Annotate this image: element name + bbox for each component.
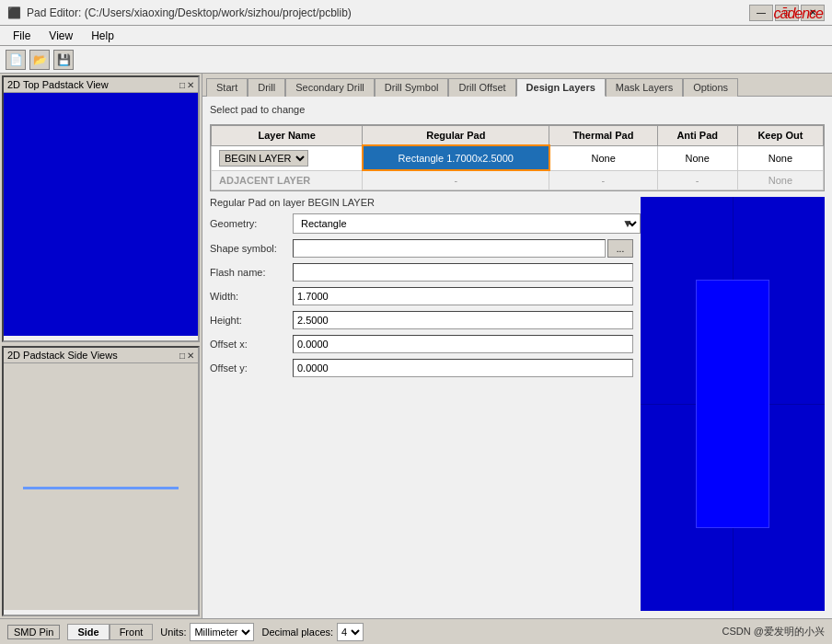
begin-layer-name: BEGIN LAYER (212, 145, 363, 170)
front-tab[interactable]: Front (110, 624, 154, 640)
decimal-select[interactable]: 4 2 3 5 (337, 623, 364, 641)
open-button[interactable]: 📂 (29, 50, 50, 70)
offset-x-input[interactable] (293, 335, 633, 353)
decimal-group: Decimal places: 4 2 3 5 (261, 623, 364, 641)
side-view-controls: □ ✕ (179, 351, 194, 361)
col-keep-out: Keep Out (737, 126, 823, 146)
smd-pin-button[interactable]: SMD Pin (7, 625, 60, 639)
tab-drill-offset[interactable]: Drill Offset (448, 78, 515, 97)
adjacent-layer-name: ADJACENT LAYER (212, 170, 363, 190)
shape-symbol-label: Shape symbol: (210, 243, 293, 254)
side-view-line (23, 487, 179, 489)
shape-symbol-input[interactable] (293, 239, 606, 258)
begin-layer-select[interactable]: BEGIN LAYER (219, 150, 308, 167)
form-row-height: Height: (210, 311, 633, 329)
table-row-adjacent: ADJACENT LAYER - - - None (212, 170, 824, 190)
adjacent-regular-pad[interactable]: - (363, 170, 549, 190)
offset-x-label: Offset x: (210, 339, 293, 350)
side-view-canvas (4, 363, 198, 610)
flash-name-label: Flash name: (210, 267, 293, 278)
begin-keep-out[interactable]: None (737, 145, 823, 170)
col-thermal-pad: Thermal Pad (549, 126, 657, 146)
menu-help[interactable]: Help (82, 28, 123, 44)
new-button[interactable]: 📄 (6, 50, 26, 70)
begin-thermal-pad[interactable]: None (549, 145, 657, 170)
app-icon: ⬛ (7, 6, 21, 19)
col-anti-pad: Anti Pad (657, 126, 737, 146)
top-view-close[interactable]: ✕ (187, 80, 194, 90)
pad-table: Layer Name Regular Pad Thermal Pad Anti … (210, 124, 825, 191)
toolbar: 📄 📂 💾 (0, 46, 832, 74)
side-view-header: 2D Padstack Side Views □ ✕ (4, 348, 198, 363)
cadence-logo: cādence (774, 6, 824, 22)
offset-y-label: Offset y: (210, 362, 293, 374)
form-row-offset-x: Offset x: (210, 335, 633, 353)
offset-y-input[interactable] (293, 359, 633, 377)
content-area: Select pad to change Layer Name Regular … (202, 97, 832, 618)
side-view-panel: 2D Padstack Side Views □ ✕ (2, 346, 200, 616)
tabs-container: Start Drill Secondary Drill Drill Symbol… (202, 74, 832, 97)
width-label: Width: (210, 291, 293, 302)
form-row-shape-symbol: Shape symbol: ... (210, 239, 633, 258)
height-input[interactable] (293, 311, 633, 329)
adjacent-keep-out[interactable]: None (737, 170, 823, 190)
tab-drill-symbol[interactable]: Drill Symbol (375, 78, 449, 97)
form-row-width: Width: (210, 287, 633, 305)
begin-anti-pad[interactable]: None (657, 145, 737, 170)
geometry-select[interactable]: Rectangle Circle Oval Square (293, 213, 641, 234)
side-view-title: 2D Padstack Side Views (7, 350, 118, 361)
flash-name-input[interactable] (293, 263, 633, 282)
form-row-offset-y: Offset y: (210, 359, 633, 377)
top-view-maximize[interactable]: □ (179, 80, 185, 90)
tab-secondary-drill[interactable]: Secondary Drill (285, 78, 375, 97)
geometry-label: Geometry: (210, 218, 293, 229)
minimize-button[interactable]: — (749, 5, 773, 21)
table-row-begin: BEGIN LAYER Rectangle 1.7000x2.5000 None… (212, 145, 824, 170)
units-select[interactable]: Millimeter Inch (190, 623, 254, 641)
csdn-credit: CSDN @爱发明的小兴 (722, 625, 825, 638)
decimal-label: Decimal places: (261, 627, 333, 638)
save-button[interactable]: 💾 (53, 50, 74, 70)
tab-mask-layers[interactable]: Mask Layers (606, 78, 683, 97)
col-regular-pad: Regular Pad (363, 126, 549, 146)
browse-button[interactable]: ... (607, 239, 633, 258)
right-panel: Start Drill Secondary Drill Drill Symbol… (202, 74, 832, 618)
left-panel: 2D Top Padstack View □ ✕ 2D Padstack Sid… (0, 74, 202, 618)
preview-rect (696, 280, 769, 528)
tab-design-layers[interactable]: Design Layers (516, 78, 606, 97)
select-pad-label: Select pad to change (210, 104, 825, 115)
menu-bar: File View Help (0, 26, 832, 46)
form-row-flash-name: Flash name: (210, 263, 633, 282)
begin-regular-pad[interactable]: Rectangle 1.7000x2.5000 (363, 145, 549, 170)
tab-start[interactable]: Start (206, 78, 248, 97)
top-view-controls: □ ✕ (179, 80, 194, 90)
width-input[interactable] (293, 287, 633, 305)
top-view-header: 2D Top Padstack View □ ✕ (4, 77, 198, 93)
side-tab[interactable]: Side (67, 624, 109, 640)
top-view-panel: 2D Top Padstack View □ ✕ (2, 75, 200, 342)
units-group: Units: Millimeter Inch (160, 623, 254, 641)
col-layer-name: Layer Name (212, 126, 363, 146)
top-view-title: 2D Top Padstack View (7, 79, 109, 90)
form-title: Regular Pad on layer BEGIN LAYER (210, 197, 633, 208)
height-label: Height: (210, 315, 293, 326)
status-bar: SMD Pin Side Front Units: Millimeter Inc… (0, 618, 832, 644)
adjacent-thermal-pad[interactable]: - (549, 170, 657, 190)
menu-view[interactable]: View (40, 28, 82, 44)
top-view-canvas (4, 93, 198, 336)
tab-options[interactable]: Options (683, 78, 738, 97)
form-section: Regular Pad on layer BEGIN LAYER Geometr… (210, 197, 633, 611)
form-row-geometry: Geometry: Rectangle Circle Oval Square ▼ (210, 213, 633, 234)
lower-section: Regular Pad on layer BEGIN LAYER Geometr… (210, 197, 825, 611)
title-text: Pad Editor: (C:/Users/xiaoxing/Desktop/w… (27, 6, 749, 19)
menu-file[interactable]: File (4, 28, 40, 44)
side-view-maximize[interactable]: □ (179, 351, 185, 361)
preview-section (641, 197, 825, 611)
tab-drill[interactable]: Drill (248, 78, 285, 97)
main-layout: 2D Top Padstack View □ ✕ 2D Padstack Sid… (0, 74, 832, 618)
side-view-close[interactable]: ✕ (187, 351, 194, 361)
units-label: Units: (160, 627, 186, 638)
adjacent-anti-pad[interactable]: - (657, 170, 737, 190)
title-bar: ⬛ Pad Editor: (C:/Users/xiaoxing/Desktop… (0, 0, 832, 26)
bottom-tabs: Side Front (67, 624, 153, 640)
